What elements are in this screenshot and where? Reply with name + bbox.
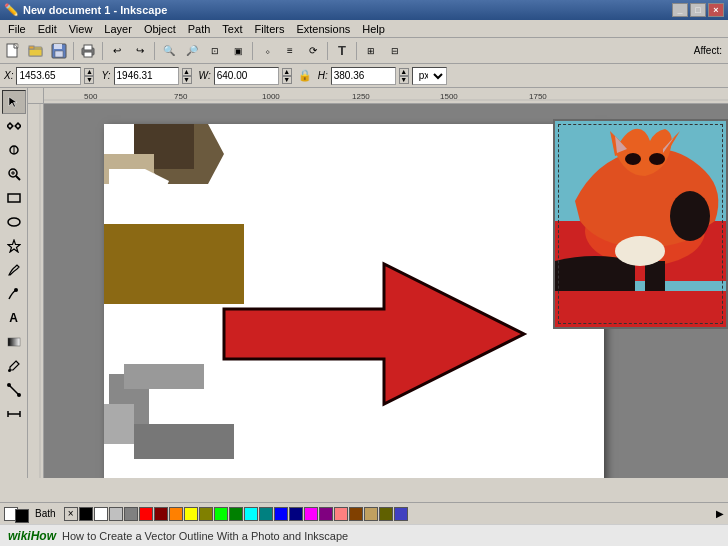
window-controls: _ □ × [672, 3, 724, 17]
unit-select[interactable]: px mm cm [412, 67, 447, 85]
y-input[interactable] [114, 67, 179, 85]
zoom-out-button[interactable]: 🔎 [181, 40, 203, 62]
menu-view[interactable]: View [63, 22, 99, 36]
svg-point-27 [17, 393, 21, 397]
y-spin-up[interactable]: ▲ [182, 68, 192, 76]
color-palette: × [64, 507, 714, 521]
w-spin-down[interactable]: ▼ [282, 76, 292, 84]
print-button[interactable] [77, 40, 99, 62]
swatch-purple[interactable] [319, 507, 333, 521]
w-input[interactable] [214, 67, 279, 85]
swatch-magenta[interactable] [304, 507, 318, 521]
w-spinners: ▲ ▼ [282, 68, 292, 84]
swatch-red2[interactable] [154, 507, 168, 521]
connector-tool[interactable] [2, 378, 26, 402]
menu-bar: File Edit View Layer Object Path Text Fi… [0, 20, 728, 38]
node-tool[interactable] [2, 114, 26, 138]
swatch-brown[interactable] [349, 507, 363, 521]
zoom-page-button[interactable]: ▣ [227, 40, 249, 62]
select-tool[interactable] [2, 90, 26, 114]
h-spin-up[interactable]: ▲ [399, 68, 409, 76]
text-tool[interactable]: A [2, 306, 26, 330]
save-button[interactable] [48, 40, 70, 62]
swatch-gray2[interactable] [124, 507, 138, 521]
swatch-white[interactable] [94, 507, 108, 521]
swatch-indigo[interactable] [394, 507, 408, 521]
maximize-button[interactable]: □ [690, 3, 706, 17]
swatch-black[interactable] [79, 507, 93, 521]
swatch-olive[interactable] [379, 507, 393, 521]
app-window: ✏️ New document 1 - Inkscape _ □ × File … [0, 0, 728, 546]
menu-filters[interactable]: Filters [249, 22, 291, 36]
undo-button[interactable]: ↩ [106, 40, 128, 62]
tweak-tool[interactable] [2, 138, 26, 162]
svg-text:1750: 1750 [529, 92, 547, 101]
minimize-button[interactable]: _ [672, 3, 688, 17]
svg-rect-9 [84, 45, 92, 50]
pen-tool[interactable] [2, 282, 26, 306]
svg-rect-10 [84, 52, 92, 57]
palette-scroll-right[interactable]: ▶ [716, 508, 724, 519]
star-tool[interactable] [2, 234, 26, 258]
no-color-swatch[interactable]: × [64, 507, 78, 521]
new-button[interactable] [2, 40, 24, 62]
menu-edit[interactable]: Edit [32, 22, 63, 36]
snap-btn-2[interactable]: ⊟ [384, 40, 406, 62]
swatch-orange[interactable] [169, 507, 183, 521]
node-button[interactable]: ⬦ [256, 40, 278, 62]
canvas-scroll[interactable] [44, 104, 728, 478]
gradient-tool[interactable] [2, 330, 26, 354]
swatch-pink[interactable] [334, 507, 348, 521]
zoom-tool[interactable] [2, 162, 26, 186]
lock-icon[interactable]: 🔒 [295, 69, 315, 82]
pencil-tool[interactable] [2, 258, 26, 282]
swatch-cyan[interactable] [244, 507, 258, 521]
menu-path[interactable]: Path [182, 22, 217, 36]
snap-btn-1[interactable]: ⊞ [360, 40, 382, 62]
dropper-tool[interactable] [2, 354, 26, 378]
svg-text:1250: 1250 [352, 92, 370, 101]
swatch-gray1[interactable] [109, 507, 123, 521]
x-spin-down[interactable]: ▼ [84, 76, 94, 84]
text-tool-btn[interactable]: T [331, 40, 353, 62]
h-input[interactable] [331, 67, 396, 85]
menu-extensions[interactable]: Extensions [290, 22, 356, 36]
swatch-blue[interactable] [274, 507, 288, 521]
title-bar: ✏️ New document 1 - Inkscape _ □ × [0, 0, 728, 20]
measure-tool[interactable] [2, 402, 26, 426]
swatch-tan[interactable] [364, 507, 378, 521]
swatch-navy[interactable] [289, 507, 303, 521]
y-spin-down[interactable]: ▼ [182, 76, 192, 84]
swatch-lime[interactable] [214, 507, 228, 521]
svg-text:500: 500 [84, 92, 98, 101]
h-spin-down[interactable]: ▼ [399, 76, 409, 84]
zoom-fit-button[interactable]: ⊡ [204, 40, 226, 62]
affect-label: Affect: [694, 45, 722, 56]
separator-4 [252, 42, 253, 60]
svg-line-16 [16, 176, 20, 180]
x-input[interactable] [16, 67, 81, 85]
stroke-color-box[interactable] [15, 509, 29, 523]
align-button[interactable]: ≡ [279, 40, 301, 62]
swatch-red[interactable] [139, 507, 153, 521]
swatch-green[interactable] [229, 507, 243, 521]
menu-text[interactable]: Text [216, 22, 248, 36]
separator-2 [102, 42, 103, 60]
menu-help[interactable]: Help [356, 22, 391, 36]
transform-button[interactable]: ⟳ [302, 40, 324, 62]
close-button[interactable]: × [708, 3, 724, 17]
open-button[interactable] [25, 40, 47, 62]
x-spin-up[interactable]: ▲ [84, 68, 94, 76]
menu-layer[interactable]: Layer [98, 22, 138, 36]
rect-tool[interactable] [2, 186, 26, 210]
menu-object[interactable]: Object [138, 22, 182, 36]
swatch-teal[interactable] [259, 507, 273, 521]
menu-file[interactable]: File [2, 22, 32, 36]
redo-button[interactable]: ↪ [129, 40, 151, 62]
gray-shape-wide [124, 364, 204, 389]
swatch-yellow2[interactable] [199, 507, 213, 521]
ellipse-tool[interactable] [2, 210, 26, 234]
w-spin-up[interactable]: ▲ [282, 68, 292, 76]
swatch-yellow[interactable] [184, 507, 198, 521]
zoom-in-button[interactable]: 🔍 [158, 40, 180, 62]
